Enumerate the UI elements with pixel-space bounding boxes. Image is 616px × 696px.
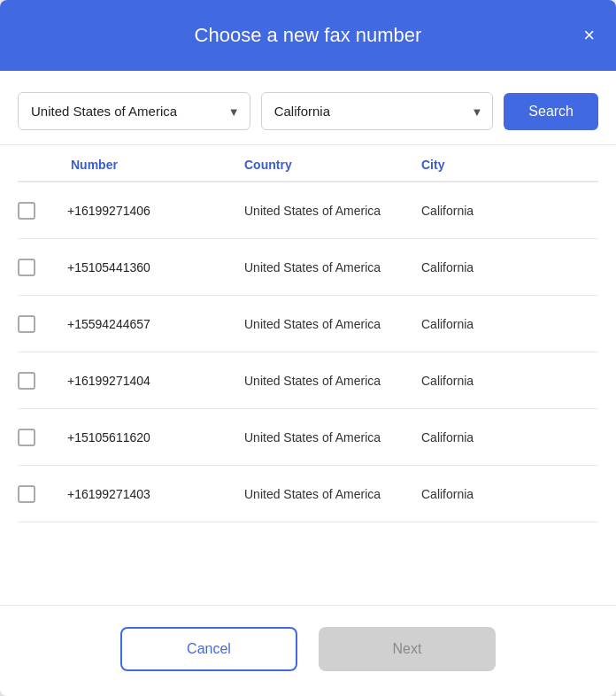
column-header-city: City [421, 158, 598, 172]
next-button[interactable]: Next [319, 627, 496, 671]
row-checkbox-2[interactable] [18, 315, 35, 333]
checkbox-cell-0 [18, 202, 67, 220]
table-header: Number Country City [18, 145, 598, 182]
row-checkbox-4[interactable] [18, 429, 35, 446]
country-cell-0: United States of America [244, 204, 421, 218]
table-row: +16199271403 United States of America Ca… [18, 466, 598, 522]
search-button[interactable]: Search [504, 93, 598, 130]
city-cell-2: California [421, 317, 598, 331]
table-row: +16199271406 United States of America Ca… [18, 182, 598, 239]
state-select[interactable]: California [261, 92, 494, 130]
close-button[interactable]: × [580, 22, 598, 49]
checkbox-header-cell [18, 158, 67, 172]
number-cell-0: +16199271406 [67, 204, 244, 218]
row-checkbox-1[interactable] [18, 259, 35, 276]
number-cell-3: +16199271404 [67, 374, 244, 388]
table-body: +16199271406 United States of America Ca… [18, 182, 598, 522]
country-select-wrapper: United States of America ▼ [18, 92, 250, 130]
table-row: +16199271404 United States of America Ca… [18, 352, 598, 409]
table-area: Number Country City +16199271406 United … [0, 145, 616, 605]
country-cell-1: United States of America [244, 260, 421, 275]
row-checkbox-0[interactable] [18, 202, 35, 220]
country-cell-5: United States of America [244, 487, 421, 501]
country-cell-3: United States of America [244, 374, 421, 388]
modal-title: Choose a new fax number [195, 24, 422, 47]
column-header-number: Number [67, 158, 244, 172]
number-cell-5: +16199271403 [67, 487, 244, 501]
row-checkbox-3[interactable] [18, 372, 35, 390]
modal: Choose a new fax number × United States … [0, 0, 616, 696]
city-cell-3: California [421, 374, 598, 388]
checkbox-cell-2 [18, 315, 67, 333]
checkbox-cell-1 [18, 259, 67, 276]
country-cell-4: United States of America [244, 430, 421, 445]
table-row: +15594244657 United States of America Ca… [18, 296, 598, 352]
city-cell-1: California [421, 260, 598, 275]
table-row: +15105611620 United States of America Ca… [18, 409, 598, 466]
city-cell-0: California [421, 204, 598, 218]
column-header-country: Country [244, 158, 421, 172]
filter-bar: United States of America ▼ California ▼ … [0, 71, 616, 145]
cancel-button[interactable]: Cancel [120, 627, 297, 671]
table-row: +15105441360 United States of America Ca… [18, 239, 598, 296]
state-select-wrapper: California ▼ [261, 92, 494, 130]
checkbox-cell-5 [18, 485, 67, 503]
country-select[interactable]: United States of America [18, 92, 250, 130]
number-cell-2: +15594244657 [67, 317, 244, 331]
modal-header: Choose a new fax number × [0, 0, 616, 71]
city-cell-5: California [421, 487, 598, 501]
number-cell-4: +15105611620 [67, 430, 244, 445]
country-cell-2: United States of America [244, 317, 421, 331]
row-checkbox-5[interactable] [18, 485, 35, 503]
city-cell-4: California [421, 430, 598, 445]
checkbox-cell-3 [18, 372, 67, 390]
number-cell-1: +15105441360 [67, 260, 244, 275]
checkbox-cell-4 [18, 429, 67, 446]
footer: Cancel Next [0, 605, 616, 696]
